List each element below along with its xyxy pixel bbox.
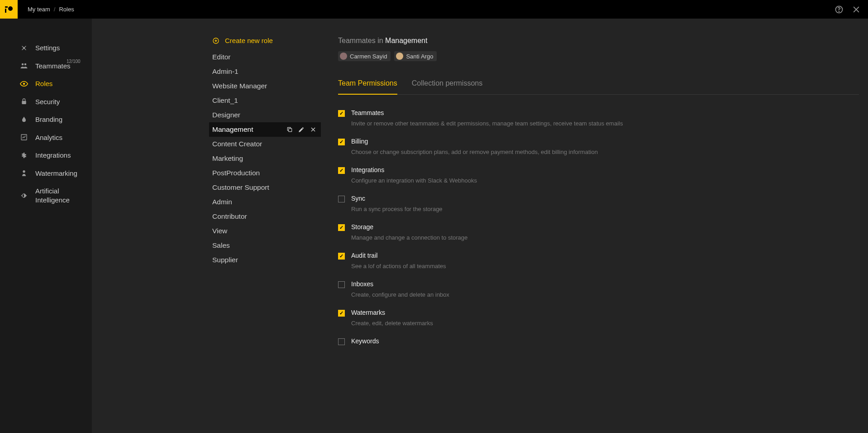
role-details-panel: Teammates in Management Carmen SayidSant… xyxy=(325,19,868,433)
help-icon[interactable] xyxy=(835,5,844,14)
permission-description: Configure an integration with Slack & We… xyxy=(351,177,477,184)
permission-checkbox[interactable] xyxy=(338,253,345,260)
permission-title: Sync xyxy=(351,195,443,202)
tab-collection-permissons[interactable]: Collection permissons xyxy=(412,79,483,95)
teammates-header: Teammates in Management xyxy=(338,37,859,45)
role-item-label: Supplier xyxy=(212,256,238,264)
watermarking-icon xyxy=(20,169,28,177)
branding-icon xyxy=(20,115,28,124)
sidebar-item-label: Integrations xyxy=(35,151,71,160)
permission-checkbox[interactable] xyxy=(338,281,345,288)
duplicate-icon[interactable] xyxy=(286,126,293,133)
analytics-icon xyxy=(20,133,28,141)
role-item[interactable]: Supplier xyxy=(209,253,321,267)
sidebar-item-settings[interactable]: Settings xyxy=(0,39,92,57)
breadcrumb-parent[interactable]: My team xyxy=(28,6,50,13)
permission-item: TeammatesInvite or remove other teammate… xyxy=(338,109,859,127)
svg-point-4 xyxy=(24,63,27,66)
permission-title: Watermarks xyxy=(351,309,433,316)
permission-checkbox[interactable] xyxy=(338,310,345,317)
role-item[interactable]: Website Manager xyxy=(209,79,321,93)
role-item[interactable]: Contributor xyxy=(209,209,321,224)
avatar xyxy=(396,53,403,60)
create-new-role-button[interactable]: Create new role xyxy=(92,37,325,50)
role-item[interactable]: Content Creator xyxy=(209,137,321,151)
top-bar-right xyxy=(835,5,861,14)
permission-checkbox[interactable] xyxy=(338,167,345,174)
role-item[interactable]: Management xyxy=(209,122,321,137)
permission-checkbox[interactable] xyxy=(338,139,345,145)
sidebar-item-security[interactable]: Security xyxy=(0,93,92,111)
permission-item: Audit trailSee a lof of actions of all t… xyxy=(338,252,859,269)
role-item-label: Website Manager xyxy=(212,82,267,90)
permission-description: Invite or remove other teammates & edit … xyxy=(351,120,623,127)
permission-title: Storage xyxy=(351,223,467,231)
sidebar-item-branding[interactable]: Branding xyxy=(0,111,92,129)
sidebar-item-label: Teammates xyxy=(35,62,71,71)
breadcrumb-separator: / xyxy=(54,6,56,13)
role-item[interactable]: Sales xyxy=(209,238,321,253)
permission-checkbox[interactable] xyxy=(338,196,345,202)
security-icon xyxy=(20,97,28,106)
permission-item: InboxesCreate, configure and delete an i… xyxy=(338,280,859,298)
permission-checkbox[interactable] xyxy=(338,110,345,117)
role-item[interactable]: Customer Support xyxy=(209,180,321,195)
ai-icon xyxy=(20,192,28,200)
role-item[interactable]: Editor xyxy=(209,50,321,64)
edit-icon[interactable] xyxy=(298,126,305,133)
sidebar-item-roles[interactable]: Roles xyxy=(0,75,92,93)
teammate-chip[interactable]: Carmen Sayid xyxy=(338,51,391,61)
permission-item: SyncRun a sync process for the storage xyxy=(338,195,859,212)
breadcrumb-current: Roles xyxy=(59,6,74,13)
role-item[interactable]: Designer xyxy=(209,108,321,122)
sidebar-item-teammates[interactable]: Teammates12/100 xyxy=(0,57,92,75)
role-item[interactable]: Admin xyxy=(209,195,321,209)
role-item[interactable]: View xyxy=(209,224,321,238)
svg-point-5 xyxy=(23,83,25,85)
role-item-label: Customer Support xyxy=(212,183,269,192)
permission-title: Integrations xyxy=(351,166,477,173)
permission-item: BillingChoose or change subscription pla… xyxy=(338,138,859,155)
permission-description: Manage and change a connection to storag… xyxy=(351,234,467,241)
close-icon[interactable] xyxy=(852,5,861,14)
sidebar-item-label: Watermarking xyxy=(35,169,77,178)
sidebar-item-integrations[interactable]: Integrations xyxy=(0,146,92,164)
sidebar-item-label: Analytics xyxy=(35,133,62,142)
delete-icon[interactable] xyxy=(310,126,316,133)
plus-icon xyxy=(212,37,219,44)
svg-rect-6 xyxy=(22,101,26,104)
svg-point-8 xyxy=(23,170,25,173)
teammate-chip[interactable]: Santi Argo xyxy=(394,51,437,61)
role-item[interactable]: Client_1 xyxy=(209,93,321,108)
permission-title: Billing xyxy=(351,138,598,145)
teammates-icon xyxy=(20,62,28,70)
role-item-label: Contributor xyxy=(212,212,247,221)
roles-panel: Create new role EditorAdmin-1Website Man… xyxy=(92,19,325,433)
permission-checkbox[interactable] xyxy=(338,224,345,231)
svg-point-2 xyxy=(24,47,25,48)
role-item[interactable]: Admin-1 xyxy=(209,64,321,79)
permission-description: Create, edit, delete watermarks xyxy=(351,320,433,327)
sidebar-item-analytics[interactable]: Analytics xyxy=(0,129,92,147)
permission-item: Keywords xyxy=(338,337,859,345)
avatar xyxy=(340,53,347,60)
sidebar-item-watermarking[interactable]: Watermarking xyxy=(0,164,92,183)
roles-icon xyxy=(20,80,28,88)
role-item[interactable]: Marketing xyxy=(209,151,321,166)
app-logo[interactable] xyxy=(0,0,18,19)
role-item-label: Editor xyxy=(212,53,231,61)
top-bar: My team / Roles xyxy=(0,0,868,19)
permission-title: Audit trail xyxy=(351,252,446,259)
role-item[interactable]: PostProduction xyxy=(209,166,321,180)
sidebar-item-artificial-intelligence[interactable]: Artificial Intelligence xyxy=(0,182,92,209)
integrations-icon xyxy=(20,151,28,159)
permission-item: IntegrationsConfigure an integration wit… xyxy=(338,166,859,184)
teammate-name: Carmen Sayid xyxy=(350,53,387,60)
permission-checkbox[interactable] xyxy=(338,338,345,345)
top-bar-left: My team / Roles xyxy=(0,0,74,19)
permission-description: Create, configure and delete an inbox xyxy=(351,291,449,298)
role-item-label: PostProduction xyxy=(212,169,260,177)
role-actions xyxy=(286,126,316,133)
teammates-chips: Carmen SayidSanti Argo xyxy=(338,51,859,61)
tab-team-permissions[interactable]: Team Permissions xyxy=(338,79,397,95)
